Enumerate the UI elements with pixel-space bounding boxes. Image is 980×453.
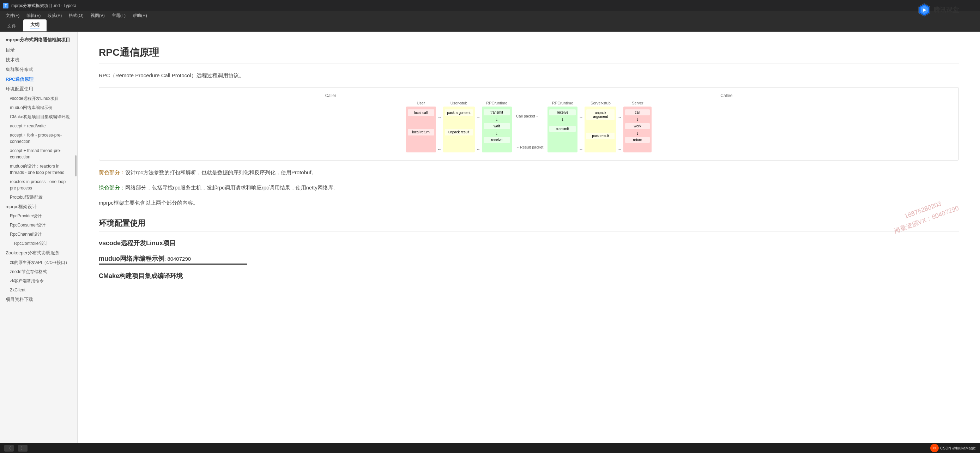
tab-file[interactable]: 文件	[0, 21, 23, 32]
doc-main-title: RPC通信原理	[99, 46, 959, 64]
sidebar-item-mprpc[interactable]: mprpc框架设计	[0, 202, 77, 212]
yellow-label: 黄色部分：	[99, 169, 125, 175]
sidebar-item-accept-rw[interactable]: accept + read/write	[0, 121, 77, 130]
sidebar-item-rpcprovider[interactable]: RpcProvider设计	[0, 211, 77, 221]
menu-view[interactable]: 视图(V)	[88, 12, 108, 19]
summary-para: mprpc框架主要包含以上两个部分的内容。	[99, 198, 959, 207]
caller-user-col: User local call local return	[406, 101, 436, 153]
section4-title: muduo网络库编程示例: 80407290	[99, 254, 959, 265]
title-bar: T mprpc分布式框架项目.md - Typora ▶ 腾讯课堂	[0, 0, 980, 11]
yellow-text: 设计rpc方法参数的打包和解析，也就是数据的序列化和反序列化，使用Protobu…	[125, 169, 317, 175]
callee-rpcruntime-col: RPCruntime receive ↓ transmit	[547, 101, 578, 153]
sidebar-item-zk-cmd[interactable]: zk客户端常用命令	[0, 276, 77, 285]
rpc-diagram: Caller Callee User local call local retu…	[99, 87, 959, 161]
callee-server-col: Server call ↓ work ↓ return	[624, 101, 652, 153]
sidebar: mprpc分布式网络通信框架项目 目录 技术栈 集群和分布式 RPC通信原理 环…	[0, 32, 78, 443]
menu-file[interactable]: 文件(F)	[3, 12, 22, 19]
green-label: 绿色部分：	[99, 184, 125, 191]
sidebar-item-rpccontroller[interactable]: RpcController设计	[0, 239, 77, 248]
sidebar-item-cluster[interactable]: 集群和分布式	[0, 65, 77, 75]
content-area[interactable]: RPC通信原理 RPC（Remote Procedure Call Protoc…	[78, 32, 980, 443]
sidebar-item-rpcchannel[interactable]: RpcChannel设计	[0, 230, 77, 239]
sidebar-item-muduo[interactable]: muduo网络库编程示例	[0, 103, 77, 112]
sidebar-item-toc[interactable]: 目录	[0, 45, 77, 55]
green-desc: 绿色部分：网络部分，包括寻找rpc服务主机，发起rpc调用请求和响应rpc调用结…	[99, 183, 959, 192]
tencent-logo-area: ▶ 腾讯课堂	[917, 3, 959, 17]
nav-prev-button[interactable]: 〈	[4, 445, 14, 451]
sidebar-item-rpc[interactable]: RPC通信原理	[0, 75, 77, 84]
tab-underline	[30, 29, 40, 29]
caller-label: Caller	[325, 93, 336, 98]
svg-text:▶: ▶	[923, 7, 926, 12]
menu-edit[interactable]: 编辑(E)	[24, 12, 43, 19]
green-text: 网络部分，包括寻找rpc服务主机，发起rpc调用请求和响应rpc调用结果，使用n…	[125, 184, 339, 191]
tab-outline[interactable]: 大纲	[23, 19, 46, 32]
csdn-badge: C CSDN @luukaMagic	[930, 444, 976, 452]
sidebar-item-accept-fork[interactable]: accept + fork - process-pre-connection	[0, 130, 77, 146]
section5-title: CMake构建项目集成编译环境	[99, 272, 959, 280]
sidebar-item-cmake[interactable]: CMake构建项目目集成编译环境	[0, 112, 77, 121]
tencent-text: 腾讯课堂	[934, 6, 959, 14]
main-layout: mprpc分布式网络通信框架项目 目录 技术栈 集群和分布式 RPC通信原理 环…	[0, 32, 980, 443]
intro-paragraph: RPC（Remote Procedure Call Protocol）远程过程调…	[99, 71, 959, 80]
callee-serverstub-col: Server-stub unpack argument pack result	[585, 101, 616, 153]
sidebar-item-protobuf[interactable]: Protobuf安装配置	[0, 192, 77, 202]
sidebar-item-zk-api[interactable]: zk的原生开发API（c/c++接口）	[0, 258, 77, 267]
underline-bar	[99, 264, 247, 265]
sidebar-item-tech[interactable]: 技术栈	[0, 55, 77, 65]
menu-bar: 文件(F) 编辑(E) 段落(P) 格式(O) 视图(V) 主题(T) 帮助(H…	[0, 11, 980, 20]
bottom-right: C CSDN @luukaMagic	[930, 444, 976, 452]
sidebar-item-zkclient[interactable]: ZkClient	[0, 285, 77, 295]
sidebar-item-accept-thread[interactable]: accept + thread thread-pre-connection	[0, 146, 77, 162]
menu-help[interactable]: 帮助(H)	[130, 12, 150, 19]
sidebar-item-rpcconsumer[interactable]: RpcConsumer设计	[0, 221, 77, 230]
app-icon: T	[3, 3, 8, 8]
sidebar-item-znode[interactable]: znode节点存储格式	[0, 267, 77, 276]
section2-title: 环境配置使用	[99, 218, 959, 232]
sidebar-item-download[interactable]: 项目资料下载	[0, 295, 77, 304]
sidebar-item-vscode[interactable]: vscode远程开发Linux项目	[0, 94, 77, 103]
sidebar-project-title: mprpc分布式网络通信框架项目	[0, 35, 77, 45]
bottom-left: 〈 〉	[4, 445, 27, 451]
nav-next-button[interactable]: 〉	[18, 445, 27, 451]
window-title: mprpc分布式框架项目.md - Typora	[11, 3, 76, 9]
sidebar-item-muduo-design[interactable]: muduo的设计：reactors in threads - one loop …	[0, 162, 77, 177]
caller-rpcruntime-col: RPCruntime transmit ↓ wait ↓ receive	[482, 101, 512, 153]
section3-title: vscode远程开发Linux项目	[99, 239, 959, 247]
sidebar-item-zookeeper[interactable]: Zookeeper分布式协调服务	[0, 248, 77, 258]
csdn-icon: C	[930, 444, 939, 452]
sidebar-item-reactors[interactable]: reactors in process - one loop pre proce…	[0, 177, 77, 192]
menu-theme[interactable]: 主题(T)	[109, 12, 129, 19]
title-bar-left: T mprpc分布式框架项目.md - Typora	[3, 3, 76, 9]
menu-paragraph[interactable]: 段落(P)	[45, 12, 65, 19]
csdn-text: CSDN @luukaMagic	[940, 446, 976, 450]
tencent-icon: ▶	[917, 3, 931, 17]
caller-userstub-col: User-stub pack argument unpack result	[443, 101, 475, 153]
callee-label: Callee	[721, 93, 732, 98]
menu-format[interactable]: 格式(O)	[66, 12, 86, 19]
bottom-bar: 〈 〉 C CSDN @luukaMagic	[0, 443, 980, 453]
sidebar-item-env[interactable]: 环境配置使用	[0, 84, 77, 94]
yellow-desc: 黄色部分：设计rpc方法参数的打包和解析，也就是数据的序列化和反序列化，使用Pr…	[99, 168, 959, 177]
scroll-indicator	[75, 155, 76, 176]
tab-bar: 文件 大纲	[0, 20, 980, 32]
